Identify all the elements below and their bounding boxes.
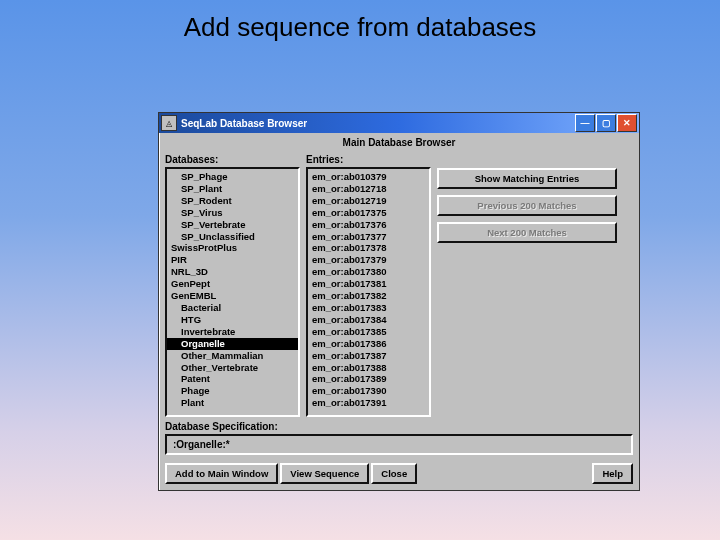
db-browser-window: ◬ SeqLab Database Browser — ▢ ✕ Main Dat… bbox=[158, 112, 640, 491]
entry-item[interactable]: em_or:ab017377 bbox=[308, 231, 429, 243]
entries-list[interactable]: em_or:ab010379em_or:ab012718em_or:ab0127… bbox=[306, 167, 431, 417]
databases-list[interactable]: SP_PhageSP_PlantSP_RodentSP_VirusSP_Vert… bbox=[165, 167, 300, 417]
entry-item[interactable]: em_or:ab012718 bbox=[308, 183, 429, 195]
databases-label: Databases: bbox=[165, 154, 300, 165]
database-item[interactable]: SP_Rodent bbox=[167, 195, 298, 207]
database-item[interactable]: Bacterial bbox=[167, 302, 298, 314]
entry-item[interactable]: em_or:ab017378 bbox=[308, 242, 429, 254]
entries-label: Entries: bbox=[306, 154, 431, 165]
next-200-button[interactable]: Next 200 Matches bbox=[437, 222, 617, 243]
database-item[interactable]: PIR bbox=[167, 254, 298, 266]
entry-item[interactable]: em_or:ab017384 bbox=[308, 314, 429, 326]
database-item[interactable]: Phage bbox=[167, 385, 298, 397]
entry-item[interactable]: em_or:ab017389 bbox=[308, 373, 429, 385]
view-sequence-button[interactable]: View Sequence bbox=[280, 463, 369, 484]
database-item[interactable]: SP_Virus bbox=[167, 207, 298, 219]
window-title: SeqLab Database Browser bbox=[181, 118, 575, 129]
database-item[interactable]: GenEMBL bbox=[167, 290, 298, 302]
close-button[interactable]: ✕ bbox=[617, 114, 637, 132]
entry-item[interactable]: em_or:ab012719 bbox=[308, 195, 429, 207]
database-item[interactable]: GenPept bbox=[167, 278, 298, 290]
database-item[interactable]: HTG bbox=[167, 314, 298, 326]
database-item[interactable]: Plant bbox=[167, 397, 298, 409]
database-item[interactable]: SP_Plant bbox=[167, 183, 298, 195]
close-button-bottom[interactable]: Close bbox=[371, 463, 417, 484]
entry-item[interactable]: em_or:ab010379 bbox=[308, 171, 429, 183]
entry-item[interactable]: em_or:ab017379 bbox=[308, 254, 429, 266]
entry-item[interactable]: em_or:ab017376 bbox=[308, 219, 429, 231]
entry-item[interactable]: em_or:ab017390 bbox=[308, 385, 429, 397]
entry-item[interactable]: em_or:ab017380 bbox=[308, 266, 429, 278]
entry-item[interactable]: em_or:ab017386 bbox=[308, 338, 429, 350]
entry-item[interactable]: em_or:ab017388 bbox=[308, 362, 429, 374]
help-button[interactable]: Help bbox=[592, 463, 633, 484]
entry-item[interactable]: em_or:ab017383 bbox=[308, 302, 429, 314]
database-item[interactable]: Other_Vertebrate bbox=[167, 362, 298, 374]
slide-title: Add sequence from databases bbox=[0, 0, 720, 43]
entry-item[interactable]: em_or:ab017382 bbox=[308, 290, 429, 302]
add-to-main-button[interactable]: Add to Main Window bbox=[165, 463, 278, 484]
database-item[interactable]: SP_Unclassified bbox=[167, 231, 298, 243]
database-item[interactable]: Organelle bbox=[167, 338, 298, 350]
database-item[interactable]: Other_Mammalian bbox=[167, 350, 298, 362]
database-item[interactable]: SP_Vertebrate bbox=[167, 219, 298, 231]
minimize-button[interactable]: — bbox=[575, 114, 595, 132]
window-subtitle: Main Database Browser bbox=[159, 133, 639, 154]
entry-item[interactable]: em_or:ab017381 bbox=[308, 278, 429, 290]
entry-item[interactable]: em_or:ab017375 bbox=[308, 207, 429, 219]
database-item[interactable]: SwissProtPlus bbox=[167, 242, 298, 254]
spec-label: Database Specification: bbox=[165, 421, 633, 432]
database-item[interactable]: Patent bbox=[167, 373, 298, 385]
titlebar[interactable]: ◬ SeqLab Database Browser — ▢ ✕ bbox=[159, 113, 639, 133]
entry-item[interactable]: em_or:ab017385 bbox=[308, 326, 429, 338]
spec-input[interactable]: :Organelle:* bbox=[165, 434, 633, 455]
database-item[interactable]: SP_Phage bbox=[167, 171, 298, 183]
app-icon: ◬ bbox=[161, 115, 177, 131]
database-item[interactable]: Invertebrate bbox=[167, 326, 298, 338]
entry-item[interactable]: em_or:ab017387 bbox=[308, 350, 429, 362]
show-matching-button[interactable]: Show Matching Entries bbox=[437, 168, 617, 189]
previous-200-button[interactable]: Previous 200 Matches bbox=[437, 195, 617, 216]
maximize-button[interactable]: ▢ bbox=[596, 114, 616, 132]
entry-item[interactable]: em_or:ab017391 bbox=[308, 397, 429, 409]
database-item[interactable]: NRL_3D bbox=[167, 266, 298, 278]
